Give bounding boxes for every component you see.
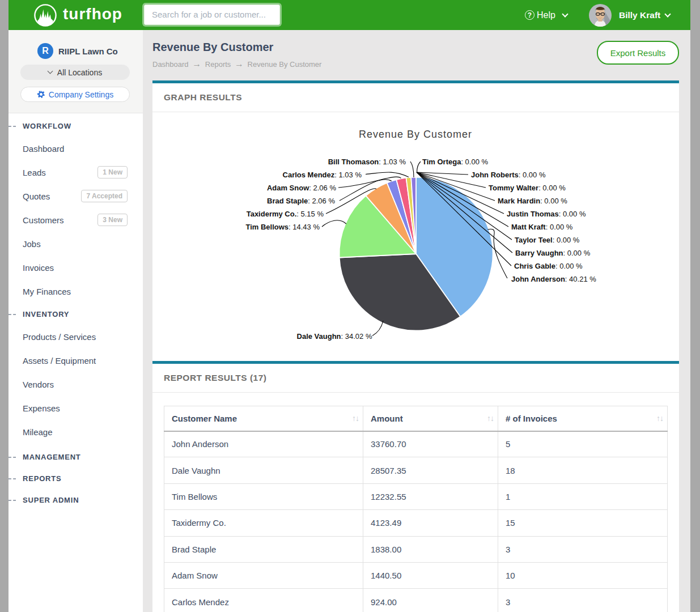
svg-text:Brad Staple: 2.06 %: Brad Staple: 2.06 %: [267, 197, 335, 205]
svg-text:Tim Ortega: 0.00 %: Tim Ortega: 0.00 %: [422, 158, 489, 166]
svg-text:Revenue By Customer: Revenue By Customer: [359, 129, 472, 140]
svg-text:Carlos Mendez: 1.03 %: Carlos Mendez: 1.03 %: [283, 171, 362, 179]
svg-text:Tim Bellows: 14.43 %: Tim Bellows: 14.43 %: [245, 223, 320, 231]
svg-text:Bill Thomason: 1.03 %: Bill Thomason: 1.03 %: [328, 158, 406, 166]
svg-text:Matt Kraft: 0.00 %: Matt Kraft: 0.00 %: [511, 223, 573, 231]
svg-text:Taylor Teel: 0.00 %: Taylor Teel: 0.00 %: [515, 236, 580, 244]
svg-text:Tommy Walter: 0.00 %: Tommy Walter: 0.00 %: [489, 184, 566, 192]
svg-text:Taxidermy Co.: 5.15 %: Taxidermy Co.: 5.15 %: [247, 210, 324, 218]
svg-text:Barry Vaughn: 0.00 %: Barry Vaughn: 0.00 %: [515, 249, 591, 257]
svg-text:Dale Vaughn: 34.02 %: Dale Vaughn: 34.02 %: [297, 332, 372, 341]
svg-text:Justin Thomas: 0.00 %: Justin Thomas: 0.00 %: [507, 210, 586, 218]
svg-text:Adam Snow: 2.06 %: Adam Snow: 2.06 %: [267, 184, 337, 192]
svg-text:Chris Gable: 0.00 %: Chris Gable: 0.00 %: [514, 262, 583, 270]
svg-text:Mark Hardin: 0.00 %: Mark Hardin: 0.00 %: [498, 197, 567, 205]
svg-text:John Roberts: 0.00 %: John Roberts: 0.00 %: [471, 171, 546, 179]
svg-text:John Anderson: 40.21 %: John Anderson: 40.21 %: [511, 275, 596, 283]
